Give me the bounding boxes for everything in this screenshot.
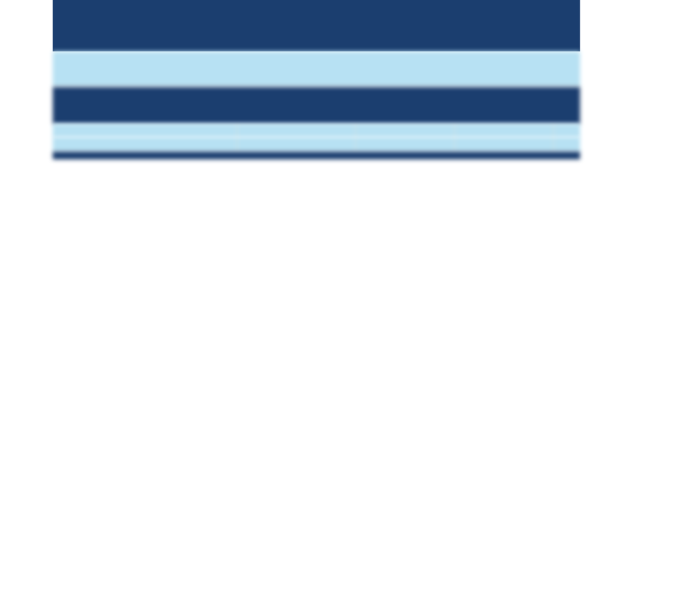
header-vendor2 xyxy=(455,87,554,124)
header-vendor1 xyxy=(356,87,455,124)
header-weight xyxy=(237,87,356,124)
subheader-section xyxy=(53,124,237,137)
table-header-row xyxy=(53,87,580,124)
section-total-v1 xyxy=(356,137,455,152)
subheader-row xyxy=(53,124,580,137)
bottom-band xyxy=(53,152,580,159)
section-label xyxy=(53,137,237,152)
section-total-v2 xyxy=(455,137,554,152)
section-label-row xyxy=(53,137,580,152)
evaluation-matrix-document xyxy=(53,0,580,159)
section-band-top xyxy=(53,51,580,87)
title-banner xyxy=(53,0,580,51)
header-criteria xyxy=(53,87,237,124)
